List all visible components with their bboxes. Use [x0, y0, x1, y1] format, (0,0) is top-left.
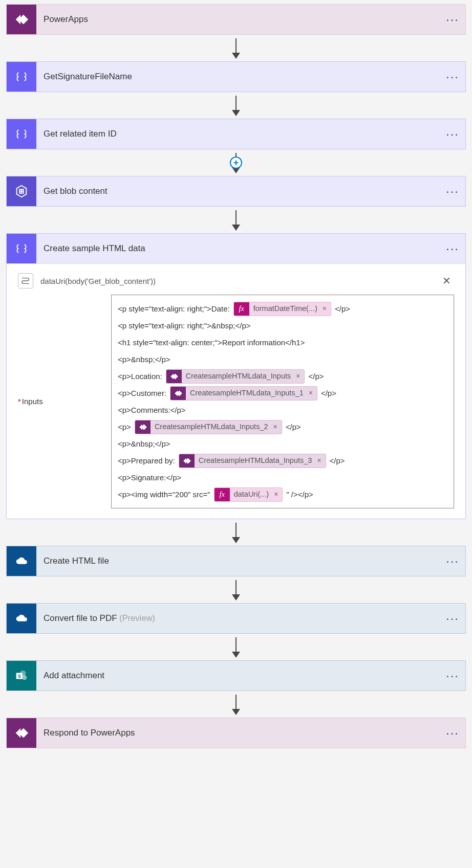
svg-rect-4 [22, 192, 23, 193]
step-title: PowerApps [36, 14, 445, 25]
powerapps-icon [7, 5, 36, 34]
close-icon[interactable]: ✕ [439, 275, 454, 287]
token-inputs-2[interactable]: CreatesampleHTMLdata_Inputs_2 × [135, 420, 282, 434]
peek-expression: dataUri(body('Get_blob_content')) [40, 277, 439, 285]
compose-icon [7, 234, 36, 263]
step-title: GetSignatureFileName [36, 72, 445, 82]
token-inputs[interactable]: CreatesampleHTMLdata_Inputs × [166, 369, 305, 384]
sharepoint-icon: S [7, 661, 36, 691]
inputs-label: *Inputs [18, 295, 111, 406]
step-title: Convert file to PDF (Preview) [36, 613, 445, 624]
connector-arrow [6, 207, 466, 233]
step-menu-button[interactable]: ··· [445, 611, 465, 626]
step-respondtopowerapps[interactable]: Respond to PowerApps ··· [6, 718, 466, 748]
step-body: dataUri(body('Get_blob_content')) ✕ *Inp… [7, 263, 465, 519]
connector-arrow [6, 691, 466, 718]
svg-rect-1 [20, 190, 21, 191]
svg-text:S: S [18, 674, 21, 679]
connector-arrow [6, 519, 466, 546]
connector-arrow [6, 634, 466, 660]
connector-arrow-with-add: + [6, 149, 466, 176]
token-remove-icon[interactable]: × [272, 487, 282, 502]
step-title: Get related item ID [36, 129, 445, 139]
token-inputs-3[interactable]: CreatesampleHTMLdata_Inputs_3 × [179, 454, 326, 468]
azureblob-icon [7, 176, 36, 206]
step-title: Get blob content [36, 186, 445, 196]
step-getblobcontent[interactable]: Get blob content ··· [6, 176, 466, 207]
svg-rect-3 [20, 192, 21, 193]
step-createhtmlfile[interactable]: Create HTML file ··· [6, 546, 466, 576]
inputs-editor[interactable]: <p style="text-align: right;">Date: fx f… [111, 295, 454, 508]
add-step-button[interactable]: + [230, 157, 242, 169]
token-remove-icon[interactable]: × [315, 454, 325, 468]
token-remove-icon[interactable]: × [320, 302, 331, 316]
peek-icon[interactable] [18, 273, 33, 288]
step-title: Create HTML file [36, 556, 445, 566]
step-title: Respond to PowerApps [36, 728, 445, 738]
fx-icon: fx [214, 487, 230, 502]
token-formatdatetime[interactable]: fx formatDateTime(...) × [233, 302, 331, 316]
connector-arrow [6, 92, 466, 119]
token-inputs-1[interactable]: CreatesampleHTMLdata_Inputs_1 × [170, 386, 317, 400]
step-menu-button[interactable]: ··· [445, 726, 465, 740]
step-createsamplehtmldata: Create sample HTML data ··· dataUri(body… [6, 233, 466, 519]
step-menu-button[interactable]: ··· [445, 669, 465, 683]
powerapps-icon [170, 386, 186, 400]
step-getsignaturefilename[interactable]: GetSignatureFileName ··· [6, 61, 466, 92]
svg-rect-0 [19, 189, 24, 193]
powerapps-icon [135, 420, 151, 434]
token-datauri[interactable]: fx dataUri(...) × [214, 487, 283, 502]
step-menu-button[interactable]: ··· [445, 70, 465, 84]
step-title: Add attachment [36, 671, 445, 681]
step-getrelateditemid[interactable]: Get related item ID ··· [6, 119, 466, 149]
connector-arrow [6, 576, 466, 603]
step-powerapps[interactable]: PowerApps ··· [6, 4, 466, 35]
powerapps-icon [166, 369, 182, 384]
token-remove-icon[interactable]: × [307, 386, 317, 400]
svg-point-6 [22, 675, 27, 680]
svg-rect-2 [22, 190, 23, 191]
token-remove-icon[interactable]: × [294, 369, 304, 384]
onedrive-icon [7, 546, 36, 576]
compose-icon [7, 119, 36, 149]
step-menu-button[interactable]: ··· [445, 184, 465, 198]
fx-icon: fx [234, 302, 249, 316]
powerapps-icon [179, 454, 195, 468]
step-menu-button[interactable]: ··· [445, 12, 465, 27]
token-remove-icon[interactable]: × [271, 420, 282, 434]
step-convertfiletopdf[interactable]: Convert file to PDF (Preview) ··· [6, 603, 466, 634]
step-menu-button[interactable]: ··· [445, 554, 465, 568]
step-header[interactable]: Create sample HTML data ··· [7, 234, 465, 263]
step-title: Create sample HTML data [36, 243, 445, 254]
onedrive-icon [7, 604, 36, 633]
step-addattachment[interactable]: S Add attachment ··· [6, 660, 466, 691]
powerapps-icon [7, 718, 36, 748]
step-menu-button[interactable]: ··· [445, 127, 465, 141]
step-menu-button[interactable]: ··· [445, 241, 465, 256]
compose-icon [7, 62, 36, 92]
connector-arrow [6, 35, 466, 61]
